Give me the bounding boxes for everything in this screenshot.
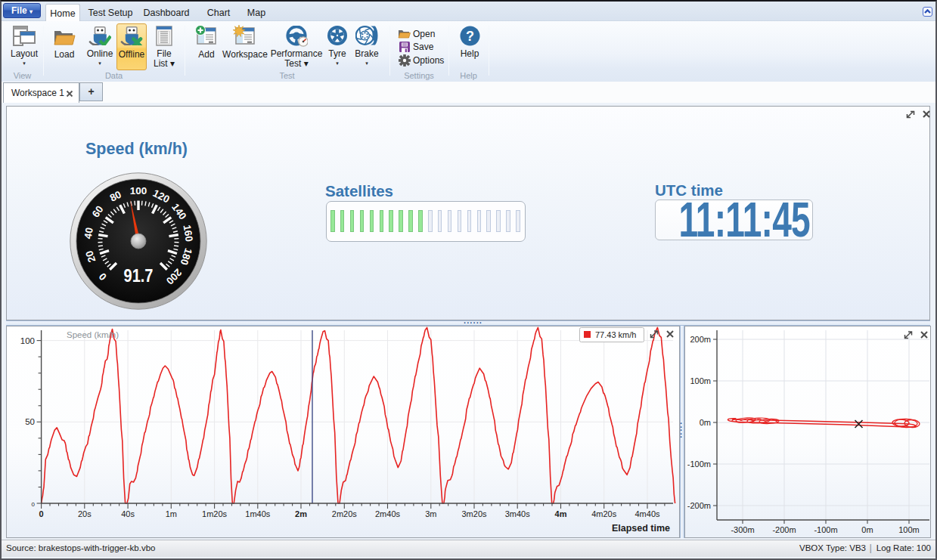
- svg-text:4m40s: 4m40s: [634, 509, 660, 518]
- svg-text:3m40s: 3m40s: [505, 509, 531, 518]
- svg-text:-300m: -300m: [731, 525, 754, 534]
- svg-text:0: 0: [39, 509, 44, 518]
- svg-text:40: 40: [82, 227, 95, 240]
- svg-text:Elapsed time: Elapsed time: [612, 523, 670, 534]
- svg-text:4m20s: 4m20s: [591, 509, 617, 518]
- svg-text:100: 100: [130, 185, 147, 196]
- svg-text:0m: 0m: [861, 525, 873, 534]
- svg-text:?: ?: [466, 29, 474, 44]
- svg-text:4m: 4m: [555, 509, 567, 518]
- svg-text:-200m: -200m: [772, 525, 796, 534]
- svg-text:Speed (km/h): Speed (km/h): [67, 330, 119, 339]
- svg-text:-200m: -200m: [687, 501, 711, 510]
- svg-text:1m20s: 1m20s: [202, 509, 228, 518]
- svg-text:2m: 2m: [295, 509, 307, 518]
- svg-text:3m: 3m: [425, 509, 436, 518]
- svg-text:0m: 0m: [700, 418, 711, 427]
- svg-text:3m20s: 3m20s: [461, 509, 487, 518]
- svg-text:0: 0: [32, 501, 36, 508]
- svg-text:100: 100: [20, 336, 35, 345]
- svg-text:200m: 200m: [690, 335, 711, 344]
- svg-text:-100m: -100m: [814, 525, 837, 534]
- svg-text:2m20s: 2m20s: [332, 509, 358, 518]
- svg-text:100m: 100m: [690, 376, 711, 385]
- svg-text:100m: 100m: [898, 525, 920, 534]
- svg-text:-100m: -100m: [687, 459, 711, 469]
- svg-text:20s: 20s: [78, 509, 92, 518]
- svg-text:40s: 40s: [121, 509, 135, 518]
- svg-text:91.7: 91.7: [124, 266, 154, 286]
- svg-text:2m40s: 2m40s: [375, 509, 401, 518]
- svg-text:77.43 km/h: 77.43 km/h: [595, 330, 636, 339]
- svg-text:1m40s: 1m40s: [245, 509, 271, 518]
- svg-text:50: 50: [25, 417, 35, 426]
- svg-text:1m: 1m: [166, 509, 177, 518]
